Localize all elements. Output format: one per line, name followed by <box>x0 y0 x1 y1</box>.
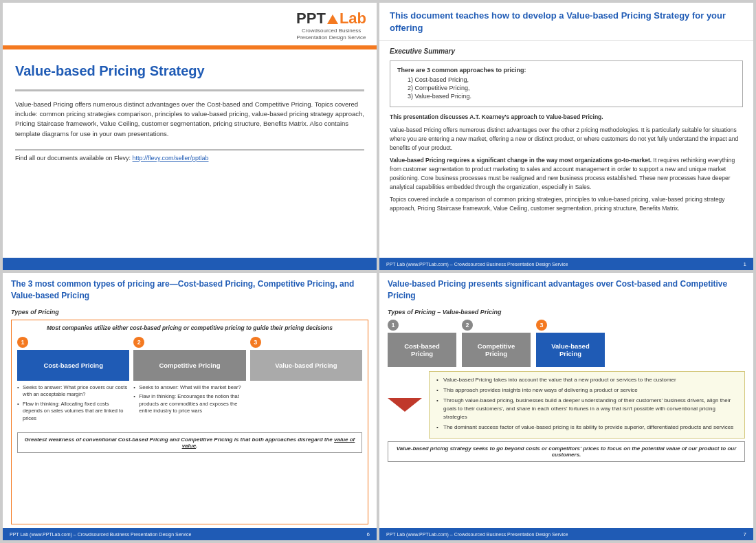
slide4-title: Value-based Pricing presents significant… <box>388 278 745 302</box>
pricing-box: Most companies utilize either cost-based… <box>11 320 368 524</box>
pricing-columns: 1 Cost-based Pricing Seeks to answer: Wh… <box>17 337 362 425</box>
pricing-num-1: 1 <box>17 337 28 348</box>
slide1-blue-bar <box>3 258 377 270</box>
pricing-col1-bullets: Seeks to answer: What price covers our c… <box>17 384 129 425</box>
exec-box-item-1: 1) Cost-based Pricing, <box>408 76 735 83</box>
pricing-num-3: 3 <box>250 337 261 348</box>
slide1-body: Value-based Pricing Strategy Value-based… <box>3 49 377 258</box>
bullet-2-2: Flaw in thinking: Encourages the notion … <box>133 393 245 415</box>
slide3-footer-num: 6 <box>367 531 370 538</box>
exec-para2: Value-based Pricing offers numerous dist… <box>390 126 743 152</box>
pricing-col-1: 1 Cost-based Pricing Seeks to answer: Wh… <box>17 337 129 425</box>
slide1-description: Value-based Pricing offers numerous dist… <box>15 100 364 139</box>
slide1-link-section: Find all our documents available on Flev… <box>15 155 364 162</box>
pricing-col2-bullets: Seeks to answer: What will the market be… <box>133 384 245 417</box>
slide4-bullets: Value-based Pricing takes into account t… <box>436 376 737 432</box>
slide4-num3: 3 <box>536 320 547 331</box>
slide4-footer: PPT Lab (www.PPTLab.com) – Crowdsourced … <box>379 528 753 540</box>
slide4-bullet-4: The dominant success factor of value-bas… <box>436 423 737 432</box>
arrow-down-icon <box>388 398 422 412</box>
bullet-2-1: Seeks to answer: What will the market be… <box>133 384 245 392</box>
slide4-bullet-2: This approach provides insights into new… <box>436 386 737 395</box>
slide4-bullet-3: Through value-based pricing, businesses … <box>436 397 737 421</box>
slide3-header: The 3 most common types of pricing are—C… <box>3 273 377 305</box>
logo: PPTLab Crowdsourced Business Presentatio… <box>296 10 366 42</box>
pricing-card-cost: Cost-based Pricing <box>17 350 129 381</box>
slide2-body: Executive Summary There are 3 common app… <box>379 41 753 258</box>
pricing-card-competitive: Competitive Pricing <box>133 350 245 381</box>
logo-triangle-icon <box>327 14 338 24</box>
slide4-header: Value-based Pricing presents significant… <box>379 273 753 305</box>
slide4-card3: Value-based Pricing <box>536 333 605 367</box>
slide2-footer-num: 1 <box>744 261 746 267</box>
slide4-bullets-box: Value-based Pricing takes into account t… <box>429 371 745 439</box>
slide1: PPTLab Crowdsourced Business Presentatio… <box>3 3 377 270</box>
slide4-footer-num: 7 <box>744 531 746 538</box>
slide2-footer-text: PPT Lab (www.PPTLab.com) – Crowdsourced … <box>386 262 568 267</box>
exec-box: There are 3 common approaches to pricing… <box>390 60 743 107</box>
logo-subtitle: Crowdsourced Business Presentation Desig… <box>296 27 366 42</box>
slide3-title: The 3 most common types of pricing are—C… <box>11 278 368 302</box>
types-label4: Types of Pricing – Value-based Pricing <box>388 309 745 315</box>
slide4-col2: 2 Competitive Pricing <box>462 320 531 367</box>
slide3-body: Types of Pricing Most companies utilize … <box>3 305 377 528</box>
exec-summary-label: Executive Summary <box>390 47 743 55</box>
slide4-num2: 2 <box>462 320 473 331</box>
slide4-footer-text: PPT Lab (www.PPTLab.com) – Crowdsourced … <box>386 532 568 537</box>
slide3-footer-text: PPT Lab (www.PPTLab.com) – Crowdsourced … <box>10 532 191 537</box>
types-label: Types of Pricing <box>11 309 368 315</box>
slide3: The 3 most common types of pricing are—C… <box>3 273 377 540</box>
slide4-card2: Competitive Pricing <box>462 333 531 367</box>
slide1-header: PPTLab Crowdsourced Business Presentatio… <box>3 3 377 45</box>
pricing-col-2: 2 Competitive Pricing Seeks to answer: W… <box>133 337 245 417</box>
slide2-header: This document teaches how to develop a V… <box>379 3 753 41</box>
flevy-link[interactable]: http://flevy.com/seller/pptlab <box>133 155 209 162</box>
slide4-bottom-section: Value-based Pricing takes into account t… <box>388 371 745 439</box>
exec-para3: Value-based Pricing requires a significa… <box>390 156 743 191</box>
slide1-title: Value-based Pricing Strategy <box>15 63 364 79</box>
pricing-col-3: 3 Value-based Pricing <box>250 337 362 384</box>
slide3-footer: PPT Lab (www.PPTLab.com) – Crowdsourced … <box>3 528 377 540</box>
bullet-1-1: Seeks to answer: What price covers our c… <box>17 384 129 399</box>
slide4-col1: 1 Cost-based Pricing <box>388 320 456 367</box>
logo-text: PPTLab <box>296 10 366 27</box>
exec-box-title: There are 3 common approaches to pricing… <box>397 67 735 74</box>
exec-para1: This presentation discusses A.T. Kearney… <box>390 113 743 122</box>
slide1-bottom-divider <box>15 149 364 151</box>
slide4-num1: 1 <box>388 320 399 331</box>
exec-para4: Topics covered include a comparison of c… <box>390 195 743 213</box>
pricing-bottom-note: Greatest weakness of conventional Cost-b… <box>17 432 362 453</box>
slide2: This document teaches how to develop a V… <box>379 3 753 270</box>
slide4-card1: Cost-based Pricing <box>388 333 456 367</box>
slide2-title: This document teaches how to develop a V… <box>390 10 743 34</box>
pricing-box-italic: Most companies utilize either cost-based… <box>17 324 362 331</box>
slide2-footer: PPT Lab (www.PPTLab.com) – Crowdsourced … <box>379 258 753 270</box>
slide4-col3: 3 Value-based Pricing <box>536 320 605 367</box>
slide1-divider <box>15 89 364 91</box>
slide4-bottom-note: Value-based pricing strategy seeks to go… <box>388 441 745 462</box>
pricing-card-value: Value-based Pricing <box>250 350 362 381</box>
exec-box-item-2: 2) Competitive Pricing, <box>408 85 735 91</box>
slide4-body: Types of Pricing – Value-based Pricing 1… <box>379 305 753 528</box>
pricing-num-2: 2 <box>133 337 144 348</box>
slide4: Value-based Pricing presents significant… <box>379 273 753 540</box>
slide4-bullet-1: Value-based Pricing takes into account t… <box>436 376 737 384</box>
exec-box-item-3: 3) Value-based Pricing. <box>408 93 735 100</box>
bullet-1-2: Flaw in thinking: Allocating fixed costs… <box>17 401 129 423</box>
